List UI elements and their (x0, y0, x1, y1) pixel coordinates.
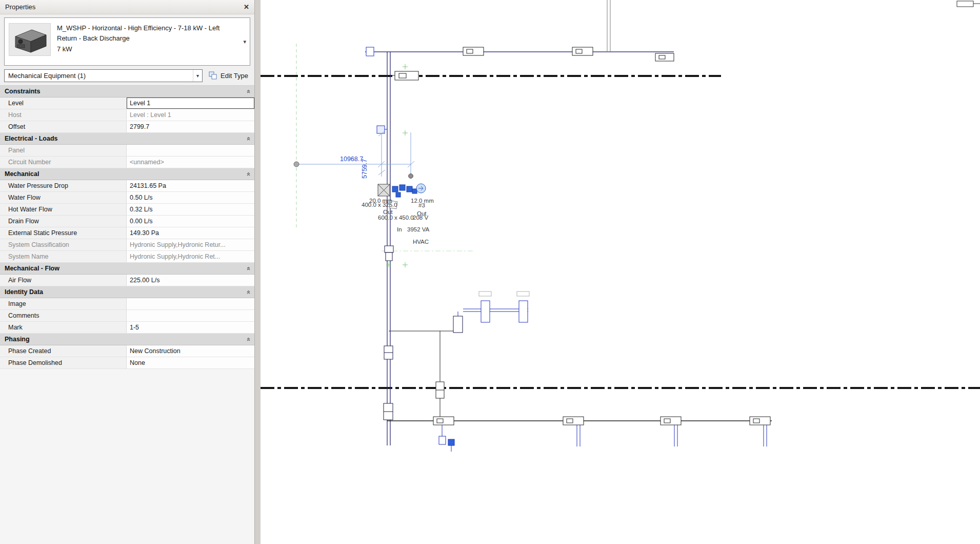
property-value: <unnamed> (127, 157, 254, 168)
property-label: Drain Flow (0, 216, 127, 227)
family-thumbnail (9, 23, 51, 56)
selection-filter-combo[interactable]: Mechanical Equipment (1) ▾ (4, 69, 203, 82)
property-value[interactable]: 0.50 L/s (127, 192, 254, 203)
section-title: Constraints (5, 88, 40, 95)
combo-chevron-icon[interactable]: ▾ (193, 70, 202, 82)
property-row-panel[interactable]: Panel (0, 145, 254, 157)
property-row-level[interactable]: Level Level 1 (0, 98, 254, 109)
drawing-svg[interactable]: 10968.7 5759.7 20.0 mm (261, 0, 980, 544)
panel-title: Properties (5, 3, 35, 11)
dimension-lines[interactable] (296, 131, 414, 177)
property-label: System Name (0, 251, 127, 262)
section-header-mechanical-flow[interactable]: Mechanical - Flow » (0, 263, 254, 275)
property-value: Hydronic Supply,Hydronic Ret... (127, 251, 254, 262)
edit-type-button[interactable]: Edit Type (207, 70, 250, 81)
property-row-drain-flow[interactable]: Drain Flow 0.00 L/s (0, 216, 254, 227)
branch-run[interactable] (389, 292, 529, 333)
property-row-phase-created[interactable]: Phase Created New Construction (0, 345, 254, 357)
collapse-chevron-icon[interactable]: » (244, 290, 252, 294)
panel-titlebar[interactable]: Properties ✕ (0, 0, 254, 14)
property-value[interactable]: New Construction (127, 345, 254, 357)
property-row-water-pressure-drop[interactable]: Water Pressure Drop 24131.65 Pa (0, 180, 254, 192)
property-row-system-name[interactable]: System Name Hydronic Supply,Hydronic Ret… (0, 251, 254, 263)
property-value: Level : Level 1 (127, 109, 254, 121)
edit-type-label: Edit Type (221, 72, 248, 80)
property-row-hot-water-flow[interactable]: Hot Water Flow 0.32 L/s (0, 204, 254, 216)
section-title: Identity Data (5, 288, 43, 296)
property-label: Water Flow (0, 192, 127, 203)
property-value[interactable]: 225.00 L/s (127, 275, 254, 286)
property-label: Image (0, 298, 127, 309)
property-value[interactable]: None (127, 357, 254, 368)
drawing-area[interactable]: 10968.7 5759.7 20.0 mm (261, 0, 980, 544)
dimension-vertical[interactable]: 5759.7 (361, 159, 368, 179)
top-fixtures[interactable] (366, 47, 674, 61)
riser-top-fixture[interactable] (390, 71, 418, 80)
collapse-chevron-icon[interactable]: » (244, 172, 252, 176)
property-row-host[interactable]: Host Level : Level 1 (0, 109, 254, 121)
property-label: Phase Created (0, 345, 127, 357)
top-right-element[interactable] (957, 1, 980, 7)
type-dropdown-chevron-icon[interactable]: ▾ (243, 38, 246, 45)
bottom-pipe-drops[interactable] (577, 425, 767, 446)
properties-panel: Properties ✕ M_WSHP - Horizontal - High … (0, 0, 255, 544)
grip-handle[interactable] (409, 174, 413, 179)
section-header-mechanical[interactable]: Mechanical » (0, 168, 254, 180)
snap-plus-marks (386, 64, 408, 267)
property-row-comments[interactable]: Comments (0, 310, 254, 322)
property-value[interactable]: 2799.7 (127, 121, 254, 132)
property-row-mark[interactable]: Mark 1-5 (0, 322, 254, 334)
property-value[interactable] (127, 298, 254, 309)
section-header-electrical-loads[interactable]: Electrical - Loads » (0, 133, 254, 145)
property-label: External Static Pressure (0, 227, 127, 239)
section-title: Mechanical - Flow (5, 265, 59, 272)
type-description: M_WSHP - Horizontal - High Efficiency - … (57, 23, 246, 54)
collapse-chevron-icon[interactable]: » (244, 337, 252, 341)
panel-divider[interactable] (255, 0, 261, 544)
type-name: 7 kW (57, 44, 237, 54)
bottom-left-equipment[interactable] (439, 425, 454, 452)
collapse-chevron-icon[interactable]: » (244, 89, 252, 93)
property-label: Hot Water Flow (0, 204, 127, 215)
property-label: System Classification (0, 239, 127, 250)
property-row-system-classification[interactable]: System Classification Hydronic Supply,Hy… (0, 239, 254, 251)
riser-fittings[interactable] (384, 246, 393, 420)
property-row-air-flow[interactable]: Air Flow 225.00 L/s (0, 275, 254, 286)
grip-handle[interactable] (294, 162, 299, 167)
section-header-identity-data[interactable]: Identity Data » (0, 286, 254, 298)
property-value[interactable]: 0.32 L/s (127, 204, 254, 215)
property-value[interactable]: 1-5 (127, 322, 254, 333)
close-icon[interactable]: ✕ (244, 3, 249, 11)
bottom-duct-run[interactable] (387, 417, 772, 425)
property-label: Water Pressure Drop (0, 180, 127, 191)
property-label: Host (0, 109, 127, 121)
property-value[interactable]: 24131.65 Pa (127, 180, 254, 191)
property-label: Air Flow (0, 275, 127, 286)
property-label: Comments (0, 310, 127, 321)
type-selector[interactable]: M_WSHP - Horizontal - High Efficiency - … (4, 17, 250, 66)
section-header-constraints[interactable]: Constraints » (0, 86, 254, 98)
section-title: Electrical - Loads (5, 135, 58, 142)
property-value[interactable]: 0.00 L/s (127, 216, 254, 227)
property-row-external-static-pressure[interactable]: External Static Pressure 149.30 Pa (0, 227, 254, 239)
equipment-tag-labels: 20.0 mm 12.0 mm 400.0 x 325.0 #3 Out Out… (362, 198, 434, 245)
property-value[interactable]: 149.30 Pa (127, 227, 254, 239)
section-header-phasing[interactable]: Phasing » (0, 334, 254, 345)
property-value[interactable]: Level 1 (127, 98, 254, 109)
property-label: Offset (0, 121, 127, 132)
property-label: Circuit Number (0, 157, 127, 168)
drop-line[interactable] (436, 331, 444, 421)
valve-fitting[interactable] (377, 126, 387, 133)
family-name: M_WSHP - Horizontal - High Efficiency - … (57, 23, 237, 43)
property-row-phase-demolished[interactable]: Phase Demolished None (0, 357, 254, 369)
property-value[interactable] (127, 310, 254, 321)
dimension-horizontal[interactable]: 10968.7 (340, 156, 363, 163)
property-row-offset[interactable]: Offset 2799.7 (0, 121, 254, 133)
collapse-chevron-icon[interactable]: » (244, 266, 252, 270)
property-row-water-flow[interactable]: Water Flow 0.50 L/s (0, 192, 254, 204)
property-row-circuit-number[interactable]: Circuit Number <unnamed> (0, 157, 254, 168)
top-duct-run[interactable] (365, 0, 674, 52)
property-row-image[interactable]: Image (0, 298, 254, 310)
property-label: Level (0, 98, 127, 109)
collapse-chevron-icon[interactable]: » (244, 137, 252, 140)
